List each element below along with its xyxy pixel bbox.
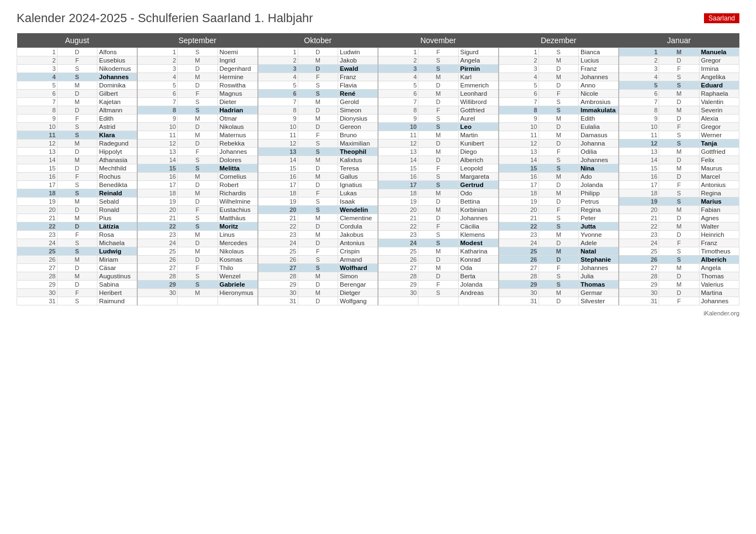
day-letter: D	[418, 139, 459, 148]
day-letter: S	[659, 189, 700, 198]
day-name: Nikolaus	[218, 247, 258, 256]
table-row: 16FRochus16MCornelius16MGallus16SMargare…	[17, 173, 739, 181]
day-letter: M	[538, 56, 579, 65]
day-name: Diego	[458, 148, 499, 156]
day-name: Lucius	[579, 56, 619, 65]
day-number: 28	[499, 272, 539, 281]
day-name: Pirmin	[458, 65, 499, 73]
day-number: 24	[378, 239, 418, 247]
day-letter: S	[57, 65, 97, 73]
day-number: 17	[258, 181, 298, 189]
day-number: 27	[499, 264, 539, 272]
table-row: 29DSabina29SGabriele29DBerengar29FJoland…	[17, 281, 739, 289]
day-name: Thomas	[699, 272, 739, 281]
day-name: Alfons	[97, 48, 138, 56]
day-name: Alexia	[699, 115, 739, 123]
day-letter: D	[418, 156, 459, 164]
day-letter: S	[298, 90, 338, 98]
empty-cell	[418, 297, 459, 305]
day-number: 24	[619, 239, 659, 247]
day-name: Armand	[338, 256, 379, 264]
day-letter: M	[298, 115, 338, 123]
day-letter: F	[298, 189, 338, 198]
day-letter: M	[418, 90, 459, 98]
day-letter: D	[418, 198, 459, 206]
day-name: Franz	[338, 73, 379, 81]
day-name: Rebekka	[218, 139, 258, 148]
day-letter: M	[57, 156, 97, 164]
day-number: 27	[17, 264, 58, 272]
day-letter: S	[298, 148, 338, 156]
day-number: 23	[137, 231, 178, 239]
day-number: 27	[258, 264, 298, 272]
day-number: 11	[619, 131, 659, 139]
day-number: 16	[378, 173, 418, 181]
day-name: Ingrid	[218, 56, 258, 65]
day-name: Gabriele	[218, 281, 258, 289]
day-name: Dionysius	[338, 115, 379, 123]
day-letter: D	[298, 297, 338, 305]
day-name: Manuela	[699, 48, 739, 56]
day-number: 17	[619, 181, 659, 189]
day-number: 5	[619, 81, 659, 90]
day-letter: D	[178, 65, 218, 73]
day-number: 5	[378, 81, 418, 90]
day-name: Adele	[579, 239, 619, 247]
day-number: 6	[619, 90, 659, 98]
day-letter: D	[298, 65, 338, 73]
day-name: Maurus	[699, 164, 739, 173]
day-number: 16	[17, 173, 58, 181]
day-number: 26	[17, 256, 58, 264]
day-number: 9	[619, 115, 659, 123]
table-row: 22DLätízia22SMoritz22DCordula22FCäcilia2…	[17, 222, 739, 231]
day-name: Berengar	[338, 281, 379, 289]
day-letter: S	[57, 73, 97, 81]
day-name: Odilia	[579, 148, 619, 156]
day-name: Jutta	[579, 222, 619, 231]
day-letter: S	[538, 106, 579, 115]
day-letter: S	[418, 289, 459, 297]
day-name: Korbinian	[458, 206, 499, 214]
day-name: Rosa	[97, 231, 138, 239]
day-letter: M	[659, 206, 700, 214]
day-letter: S	[418, 173, 459, 181]
day-number: 20	[499, 206, 539, 214]
day-number: 9	[378, 115, 418, 123]
day-number: 18	[258, 189, 298, 198]
day-name: Michaela	[97, 239, 138, 247]
day-letter: D	[659, 115, 700, 123]
day-name: Simeon	[338, 106, 379, 115]
day-letter: D	[538, 65, 579, 73]
day-name: Hieronymus	[218, 289, 258, 297]
day-name: Klemens	[458, 231, 499, 239]
day-name: Regina	[699, 189, 739, 198]
day-letter: M	[659, 148, 700, 156]
day-name: Hippolyt	[97, 148, 138, 156]
day-name: Modest	[458, 239, 499, 247]
day-number: 21	[137, 214, 178, 222]
day-letter: S	[659, 139, 700, 148]
day-number: 7	[499, 98, 539, 106]
day-letter: D	[538, 81, 579, 90]
day-name: Moritz	[218, 222, 258, 231]
day-letter: M	[178, 131, 218, 139]
day-number: 13	[17, 148, 58, 156]
day-number: 5	[17, 81, 58, 90]
day-number: 19	[499, 198, 539, 206]
day-name: Eusebius	[97, 56, 138, 65]
day-number: 4	[137, 73, 178, 81]
day-number: 14	[258, 156, 298, 164]
day-letter: M	[418, 264, 459, 272]
day-letter: M	[178, 173, 218, 181]
day-letter: D	[298, 281, 338, 289]
empty-cell	[458, 297, 499, 305]
day-name: Sabina	[97, 281, 138, 289]
day-letter: M	[298, 214, 338, 222]
day-letter: D	[57, 148, 97, 156]
day-letter: D	[418, 98, 459, 106]
day-number: 3	[17, 65, 58, 73]
month-header-januar: Januar	[619, 33, 739, 48]
day-letter: S	[178, 106, 218, 115]
day-number: 8	[137, 106, 178, 115]
day-letter: D	[57, 106, 97, 115]
